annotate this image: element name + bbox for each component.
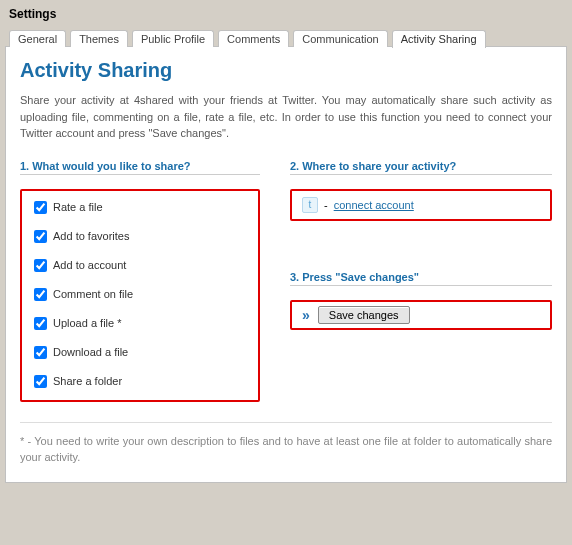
chk-label: Share a folder [53, 375, 122, 387]
tab-general[interactable]: General [9, 30, 66, 47]
chk-share-folder[interactable]: Share a folder [34, 375, 246, 388]
connect-account-link[interactable]: connect account [334, 199, 414, 211]
tab-activity-sharing[interactable]: Activity Sharing [392, 30, 486, 48]
save-changes-button[interactable]: Save changes [318, 306, 410, 324]
checkbox-icon[interactable] [34, 230, 47, 243]
checkbox-icon[interactable] [34, 317, 47, 330]
checkbox-icon[interactable] [34, 259, 47, 272]
tabbar: General Themes Public Profile Comments C… [9, 29, 567, 47]
section1-title: 1. What would you like to share? [20, 160, 260, 175]
save-changes-box: » Save changes [290, 300, 552, 330]
tab-comments[interactable]: Comments [218, 30, 289, 47]
footnote-text: * - You need to write your own descripti… [20, 422, 552, 466]
tab-public-profile[interactable]: Public Profile [132, 30, 214, 47]
checkbox-icon[interactable] [34, 375, 47, 388]
chk-label: Upload a file * [53, 317, 122, 329]
share-options: Rate a file Add to favorites Add to acco… [20, 189, 260, 402]
chk-rate-file[interactable]: Rate a file [34, 201, 246, 214]
panel-heading: Activity Sharing [20, 59, 552, 82]
section2-title: 2. Where to share your activity? [290, 160, 552, 175]
connect-account-box: t - connect account [290, 189, 552, 221]
chk-download-file[interactable]: Download a file [34, 346, 246, 359]
chk-add-favorites[interactable]: Add to favorites [34, 230, 246, 243]
settings-panel: Activity Sharing Share your activity at … [5, 46, 567, 483]
chk-comment-file[interactable]: Comment on file [34, 288, 246, 301]
chk-label: Add to favorites [53, 230, 129, 242]
tab-themes[interactable]: Themes [70, 30, 128, 47]
arrows-icon: » [302, 307, 310, 323]
checkbox-icon[interactable] [34, 201, 47, 214]
chk-add-account[interactable]: Add to account [34, 259, 246, 272]
chk-label: Download a file [53, 346, 128, 358]
checkbox-icon[interactable] [34, 288, 47, 301]
dash: - [324, 199, 328, 211]
panel-description: Share your activity at 4shared with your… [20, 92, 552, 142]
page-title: Settings [9, 7, 567, 21]
chk-label: Rate a file [53, 201, 103, 213]
chk-label: Comment on file [53, 288, 133, 300]
tab-communication[interactable]: Communication [293, 30, 387, 47]
twitter-icon: t [302, 197, 318, 213]
checkbox-icon[interactable] [34, 346, 47, 359]
chk-upload-file[interactable]: Upload a file * [34, 317, 246, 330]
section3-title: 3. Press "Save changes" [290, 271, 552, 286]
chk-label: Add to account [53, 259, 126, 271]
